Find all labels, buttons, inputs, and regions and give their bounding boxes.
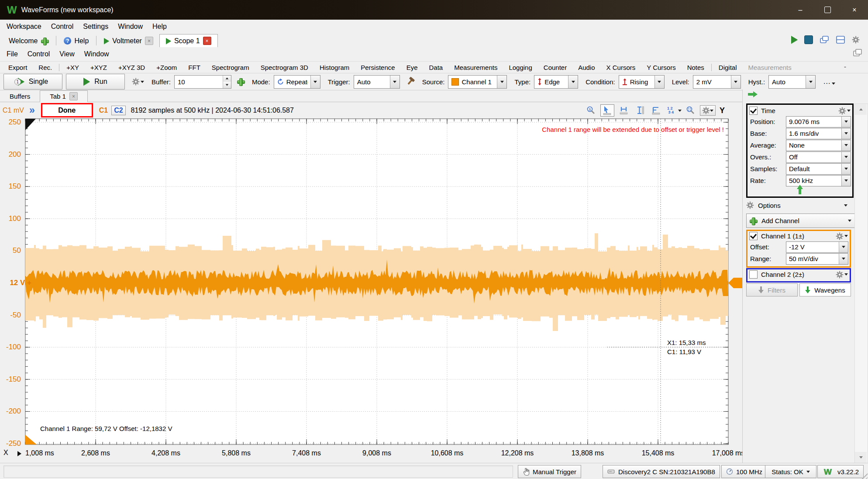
zoom-x1-icon[interactable]: 1: [585, 105, 597, 116]
menu-workspace[interactable]: Workspace: [2, 23, 46, 31]
spinner-arrows[interactable]: [223, 76, 231, 88]
time-samples-select[interactable]: Default: [786, 163, 851, 175]
channel1-toggle[interactable]: C1: [99, 107, 108, 114]
toolbar-item-audio[interactable]: Audio: [572, 64, 600, 71]
scroll-down-icon[interactable]: [855, 452, 867, 463]
time-average-select[interactable]: None: [786, 140, 851, 151]
time-checkbox[interactable]: [749, 107, 758, 115]
time-position-select[interactable]: 9.0076 ms: [786, 116, 851, 128]
zoom-fit-icon[interactable]: [685, 105, 697, 116]
toolbar-item-data[interactable]: Data: [424, 64, 449, 71]
channel2-toggle[interactable]: C2: [111, 106, 125, 115]
edge-cursor-tool-icon[interactable]: [650, 105, 663, 116]
channel2-checkbox[interactable]: [749, 270, 758, 279]
run-all-icon[interactable]: [790, 35, 799, 45]
cascade-windows-icon[interactable]: [818, 34, 830, 45]
toolbar-item-counter[interactable]: Counter: [538, 64, 572, 71]
mode-select[interactable]: Repeated: [274, 75, 320, 89]
condition-select[interactable]: Rising: [619, 75, 665, 89]
pointer-tool-icon[interactable]: [600, 104, 614, 117]
version-button[interactable]: W v3.22.2: [817, 465, 864, 478]
tab-tab1[interactable]: Tab 1 ×: [40, 90, 88, 102]
wavegens-button[interactable]: Wavegens: [799, 283, 851, 296]
manual-trigger-button[interactable]: Manual Trigger: [518, 465, 581, 478]
toolbar-item-digital[interactable]: Digital: [713, 64, 743, 71]
toolbar-item-notes[interactable]: Notes: [682, 64, 710, 71]
status-button[interactable]: Status: OK: [765, 465, 816, 478]
y-axis-unit-label[interactable]: C1 mV: [3, 107, 24, 114]
time-base-select[interactable]: 1.6 ms/div: [786, 128, 851, 139]
scope-menu-view[interactable]: View: [55, 50, 79, 58]
minimize-button[interactable]: –: [787, 0, 814, 20]
device-button[interactable]: Discovery2 C SN:210321A190B8: [603, 465, 720, 478]
toolbar-collapse-button[interactable]: -: [844, 63, 846, 70]
y-cursor-tool-icon[interactable]: [634, 105, 647, 116]
detach-window-icon[interactable]: [853, 49, 862, 58]
plot-settings-gear-icon[interactable]: [700, 105, 716, 116]
tab-voltmeter[interactable]: Voltmeter ×: [98, 34, 159, 47]
x-axis-corner-label[interactable]: X: [3, 449, 8, 457]
tab-buffers[interactable]: Buffers: [0, 91, 40, 102]
close-button[interactable]: ×: [841, 0, 868, 20]
menu-help[interactable]: Help: [148, 23, 172, 31]
tab-welcome[interactable]: Welcome: [3, 34, 55, 47]
stop-all-icon[interactable]: [803, 34, 814, 45]
scroll-up-icon[interactable]: [855, 104, 867, 115]
toolbar-item-x-cursors[interactable]: X Cursors: [601, 64, 641, 71]
scope-menu-file[interactable]: File: [2, 50, 23, 58]
toolbar-item-fft[interactable]: FFT: [183, 64, 206, 71]
scope-menu-window[interactable]: Window: [79, 50, 114, 58]
time-arrow-icon[interactable]: [797, 185, 803, 194]
buffer-input[interactable]: 10: [174, 75, 231, 89]
toolbar-item-histogram[interactable]: Histogram: [314, 64, 355, 71]
more-options-button[interactable]: ...: [823, 78, 830, 86]
add-channel-button[interactable]: Add Channel: [746, 214, 856, 228]
y-axis-button[interactable]: Y: [720, 106, 725, 115]
tile-windows-icon[interactable]: [834, 34, 847, 45]
toolbar-item-y-cursors[interactable]: Y Cursors: [641, 64, 681, 71]
toolbar-item-logging[interactable]: Logging: [503, 64, 537, 71]
scope-plot-area[interactable]: 2502001501005012 V +-50-100-150-200-250 …: [0, 118, 742, 463]
x-cursor-tool-icon[interactable]: [617, 105, 630, 116]
single-button[interactable]: 1 Single: [3, 74, 62, 90]
toolbar-item-rec[interactable]: Rec.: [33, 64, 58, 71]
toolbar-item-export[interactable]: Export: [3, 64, 33, 71]
level-select[interactable]: 2 mV: [693, 75, 741, 89]
trigger-select[interactable]: Auto: [354, 75, 400, 89]
toolbar-item-spectrogram[interactable]: Spectrogram: [206, 64, 255, 71]
menu-settings[interactable]: Settings: [78, 23, 113, 31]
panel-arrow-icon[interactable]: [748, 91, 758, 97]
close-tab-icon[interactable]: ×: [203, 37, 211, 45]
toolbar-item-xy[interactable]: +XY: [61, 64, 85, 71]
toolbar-item-zoom[interactable]: +Zoom: [151, 64, 183, 71]
channel2-gear-icon[interactable]: [836, 271, 844, 279]
close-tab-icon[interactable]: ×: [69, 92, 78, 100]
run-button[interactable]: Run: [66, 74, 125, 90]
channel1-gear-icon[interactable]: [836, 232, 844, 240]
toolbar-item-spectrogram-3d[interactable]: Spectrogram 3D: [255, 64, 314, 71]
cursor-dropdown-icon[interactable]: [678, 110, 682, 112]
tab-help[interactable]: ? Help: [58, 34, 95, 47]
menu-control[interactable]: Control: [46, 23, 79, 31]
hysteresis-select[interactable]: Auto: [768, 75, 816, 89]
channel1-checkbox[interactable]: [749, 232, 758, 240]
time-overs-select[interactable]: Off: [786, 152, 851, 163]
time-gear-icon[interactable]: [838, 107, 846, 115]
close-tab-icon[interactable]: ×: [145, 37, 153, 45]
toolbar-item-xyz[interactable]: +XYZ: [85, 64, 113, 71]
toolbar-item-xyz-3d[interactable]: +XYZ 3D: [113, 64, 151, 71]
time-rate-select[interactable]: 500 kHz: [786, 175, 851, 186]
add-buffer-icon[interactable]: [237, 78, 245, 86]
toolbar-item-persistence[interactable]: Persistence: [355, 64, 400, 71]
manual-trigger-hammer-icon[interactable]: [406, 77, 415, 87]
filters-button[interactable]: Filters: [746, 283, 798, 296]
toolbar-item-measurements[interactable]: Measurements: [448, 64, 503, 71]
channel1-range-select[interactable]: 50 mV/div: [786, 253, 848, 265]
scope-menu-control[interactable]: Control: [23, 50, 55, 58]
tab-scope1[interactable]: Scope 1 ×: [159, 34, 218, 48]
menu-window[interactable]: Window: [113, 23, 148, 31]
options-row[interactable]: Options: [746, 200, 851, 211]
panel-scrollbar[interactable]: [854, 103, 868, 463]
source-select[interactable]: Channel 1: [448, 75, 507, 89]
expand-chevrons-icon[interactable]: »: [29, 105, 35, 115]
